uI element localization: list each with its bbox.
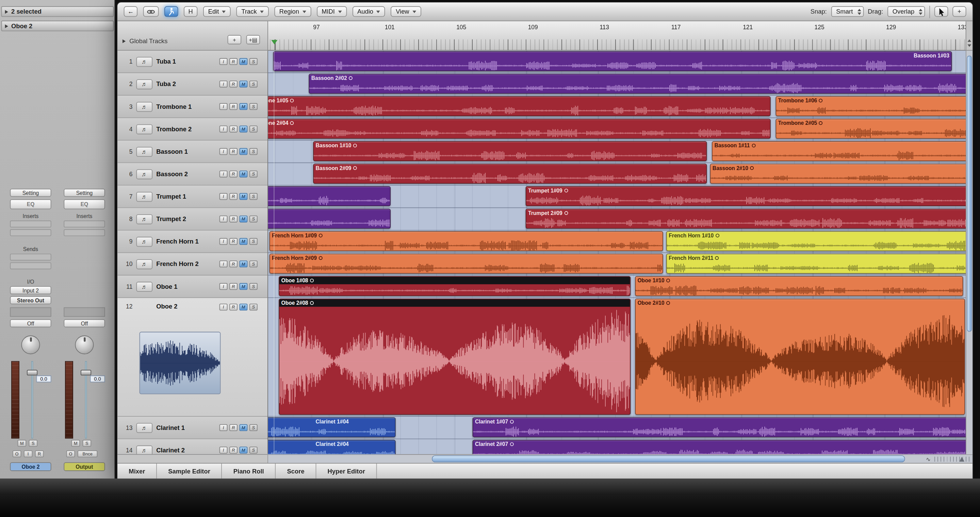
region[interactable]: Clarinet 1#07 <box>473 417 967 438</box>
mute-button[interactable]: M <box>239 216 247 222</box>
drag-select[interactable]: Overlap <box>888 6 925 17</box>
region[interactable]: Clarinet 1#04 <box>268 417 396 438</box>
region[interactable] <box>268 186 391 206</box>
record-enable-button[interactable]: R <box>229 58 237 65</box>
mute-button[interactable]: M <box>239 304 247 311</box>
scroll-down-icon[interactable] <box>967 44 971 47</box>
track-lane[interactable]: Bassoon 1#10Bassoon 1#11 <box>268 141 967 163</box>
region[interactable]: Oboe 2#10 <box>635 299 965 415</box>
region[interactable]: Trombone 1#06 <box>775 96 967 116</box>
record-enable-button[interactable]: R <box>229 283 237 290</box>
region[interactable]: Clarinet 2#04 <box>268 440 396 454</box>
record-enable-button[interactable]: R <box>229 447 237 454</box>
input-monitor-button[interactable]: I <box>220 170 228 177</box>
track-lane[interactable]: Bassoon 2#02 <box>268 73 967 95</box>
track-lane[interactable]: Trumpet 1#09 <box>268 186 967 208</box>
track-lane[interactable]: French Horn 1#09French Horn 1#10 <box>268 231 967 253</box>
record-enable-button[interactable]: R <box>229 193 237 200</box>
zoom-slider-thumb[interactable] <box>959 457 964 462</box>
record-enable-button[interactable]: R <box>229 170 237 177</box>
automation-mode-button[interactable]: Off <box>64 319 105 328</box>
track-lane[interactable]: Bassoon 1#03 <box>268 51 967 73</box>
region[interactable]: Trombone 1#05 <box>268 96 771 116</box>
track-lane[interactable]: Clarinet 1#04Clarinet 1#07 <box>268 417 967 439</box>
solo-button[interactable]: S <box>250 216 258 222</box>
record-enable-button[interactable]: R <box>229 148 237 155</box>
region[interactable]: Trumpet 1#09 <box>526 186 967 206</box>
mute-button[interactable]: M <box>71 440 80 447</box>
solo-button[interactable]: S <box>250 424 258 431</box>
record-enable-button[interactable]: R <box>229 238 237 245</box>
region[interactable]: Oboe 2#08 <box>279 299 630 415</box>
tab-sample-editor[interactable]: Sample Editor <box>157 464 222 479</box>
region[interactable]: Clarinet 2#07 <box>473 440 967 454</box>
mute-button[interactable]: M <box>239 125 247 132</box>
record-enable-button[interactable]: I <box>24 450 33 457</box>
mute-button[interactable]: M <box>239 238 247 245</box>
solo-button[interactable]: S <box>250 304 258 311</box>
input-monitor-button[interactable]: I <box>220 447 228 454</box>
mute-button[interactable]: M <box>239 283 247 290</box>
pan-knob[interactable] <box>21 335 40 354</box>
track-header-row[interactable]: 13♬Clarinet 1IRMS <box>118 417 267 439</box>
record-enable-button[interactable]: R <box>229 81 237 87</box>
solo-button[interactable]: S <box>29 440 37 447</box>
tab-hyper-editor[interactable]: Hyper Editor <box>317 464 377 479</box>
group-slot[interactable] <box>10 308 51 317</box>
output-slot[interactable]: Stereo Out <box>10 296 51 304</box>
track-header-row[interactable]: 6♬Bassoon 2IRMS <box>118 163 267 186</box>
track-header-row[interactable]: 3♬Trombone 1IRMS <box>118 95 267 118</box>
channel-setting-button[interactable]: Setting <box>10 189 51 197</box>
tab-score[interactable]: Score <box>276 464 317 479</box>
track-header-row[interactable]: 12♬Oboe 2IRMS <box>118 298 267 417</box>
solo-button[interactable]: S <box>250 193 258 200</box>
add-track-options-button[interactable]: +▤ <box>247 35 260 44</box>
send-slot[interactable] <box>10 254 51 260</box>
mute-button[interactable]: M <box>239 447 247 454</box>
track-header-row[interactable]: 14♬Clarinet 2IRMS <box>118 439 267 454</box>
input-monitor-button[interactable]: I <box>220 148 228 155</box>
catch-playhead-button[interactable] <box>164 6 178 17</box>
group-slot[interactable] <box>64 308 105 317</box>
input-monitor-button[interactable]: O <box>13 450 21 457</box>
track-header-row[interactable]: 10♬French Horn 2IRMS <box>118 253 267 276</box>
region[interactable]: French Horn 1#10 <box>666 231 967 251</box>
region[interactable]: Bassoon 1#10 <box>313 141 707 161</box>
track-header-row[interactable]: 1♬Tuba 1IRMS <box>118 51 267 73</box>
track-header-row[interactable]: 11♬Oboe 1IRMS <box>118 276 267 298</box>
horizontal-scroll-thumb[interactable] <box>432 455 905 462</box>
track-header-row[interactable]: 4♬Trombone 2IRMS <box>118 118 267 141</box>
solo-button[interactable]: S <box>250 125 258 132</box>
channel-name[interactable]: Oboe 2 <box>10 462 51 471</box>
track-header-row[interactable]: 8♬Trumpet 2IRMS <box>118 208 267 231</box>
menu-midi[interactable]: MIDI <box>317 6 347 17</box>
insert-slot[interactable] <box>10 220 51 227</box>
region[interactable]: Bassoon 2#02 <box>309 74 967 94</box>
region[interactable]: French Horn 1#09 <box>269 231 663 251</box>
track-lane[interactable]: Oboe 2#08Oboe 2#10 <box>268 298 967 417</box>
track-header-row[interactable]: 2♬Tuba 2IRMS <box>118 73 267 95</box>
mute-button[interactable]: M <box>239 424 247 431</box>
mute-button[interactable]: M <box>239 103 247 110</box>
track-header-row[interactable]: 9♬French Horn 1IRMS <box>118 231 267 253</box>
mute-button[interactable]: M <box>239 81 247 87</box>
region[interactable]: Bassoon 2#09 <box>313 163 707 184</box>
solo-button[interactable]: S <box>250 238 258 245</box>
record-enable-button[interactable]: R <box>229 424 237 431</box>
region[interactable]: French Horn 2#09 <box>269 254 663 274</box>
volume-fader[interactable] <box>81 370 91 376</box>
solo-button[interactable]: S <box>250 447 258 454</box>
tab-piano-roll[interactable]: Piano Roll <box>222 464 276 479</box>
track-parameters-header[interactable]: Oboe 2 <box>2 21 114 31</box>
track-lane[interactable]: Trombone 1#05Trombone 1#06 <box>268 95 967 118</box>
channel-name[interactable]: Output <box>64 462 105 471</box>
track-lane[interactable]: Trumpet 2#09 <box>268 208 967 231</box>
solo-button[interactable]: S <box>250 260 258 267</box>
region[interactable]: Oboe 1#08 <box>279 276 630 296</box>
pointer-tool-button[interactable] <box>934 6 948 17</box>
insert-slot[interactable] <box>64 220 105 227</box>
region[interactable]: Bassoon 2#10 <box>710 163 967 184</box>
region[interactable]: Trumpet 2#09 <box>526 208 967 228</box>
scroll-up-icon[interactable] <box>967 40 971 42</box>
input-monitor-button[interactable]: I <box>220 424 228 431</box>
